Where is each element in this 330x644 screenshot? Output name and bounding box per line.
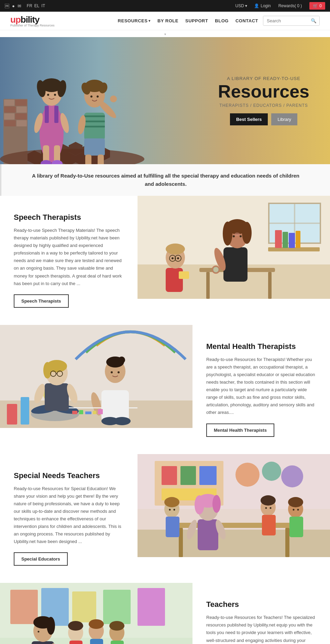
special-needs-text: Special Needs Teachers Ready-to-use Reso… (0, 454, 138, 583)
svg-rect-73 (223, 247, 248, 282)
svg-rect-178 (69, 641, 82, 644)
svg-point-89 (172, 257, 174, 259)
svg-rect-23 (41, 113, 62, 147)
hero-roles: THERAPISTS / EDUCATORS / PARENTS (218, 103, 309, 108)
svg-point-79 (240, 235, 242, 237)
logo[interactable]: upbility Publisher of Therapy Resources (10, 14, 54, 27)
hero-buttons: Best Sellers Library (218, 113, 309, 125)
nav-resources[interactable]: RESOURCES ▾ (118, 18, 151, 23)
teachers-title: Teachers (206, 600, 316, 609)
speech-therapists-description: Ready-to-use Speech Therapy Materials! T… (14, 227, 124, 287)
login-link[interactable]: 👤 Login (254, 3, 271, 8)
svg-rect-167 (103, 590, 131, 624)
teachers-description: Ready-to-use Resources for Teachers! The… (206, 614, 316, 644)
svg-rect-24 (45, 106, 49, 123)
mental-health-svg (0, 325, 192, 428)
svg-point-183 (109, 621, 124, 631)
svg-rect-2 (4, 100, 14, 106)
svg-rect-8 (4, 120, 16, 126)
svg-rect-71 (206, 272, 210, 299)
svg-rect-138 (285, 528, 289, 557)
mental-health-title: Mental Health Therapists (206, 342, 316, 351)
special-needs-section: Special Needs Teachers Ready-to-use Reso… (0, 454, 330, 583)
svg-rect-64 (268, 223, 320, 224)
svg-point-113 (118, 357, 125, 363)
user-icon: 👤 (254, 3, 259, 8)
rewards-link[interactable]: Rewards( 0 ) (278, 3, 302, 8)
special-needs-image (138, 454, 330, 583)
mental-health-text: Mental Health Therapists Ready-to-use Re… (192, 325, 330, 454)
pinterest-icon[interactable]: ● (12, 3, 15, 9)
svg-rect-34 (43, 145, 49, 162)
currency-selector[interactable]: USD ▾ (235, 3, 248, 8)
logo-text: upbility (10, 14, 39, 25)
svg-rect-6 (4, 113, 14, 120)
special-needs-title: Special Needs Teachers (14, 471, 124, 480)
svg-point-76 (223, 222, 232, 246)
speech-therapists-image (138, 196, 330, 325)
svg-point-149 (169, 509, 171, 510)
svg-rect-40 (84, 121, 105, 122)
special-needs-svg (138, 454, 330, 557)
teachers-text: Teachers Ready-to-use Resources for Teac… (192, 583, 330, 644)
svg-rect-42 (84, 138, 105, 156)
nav-links: RESOURCES ▾ BY ROLE SUPPORT BLOG CONTACT (118, 18, 258, 23)
svg-rect-9 (16, 120, 27, 126)
svg-point-47 (90, 95, 92, 98)
svg-rect-4 (4, 106, 16, 113)
search-button[interactable]: 🔍 (308, 16, 319, 25)
search-icon: 🔍 (311, 18, 317, 23)
svg-point-157 (288, 497, 303, 507)
svg-rect-130 (180, 466, 196, 485)
teachers-image (0, 583, 192, 644)
svg-rect-124 (98, 409, 103, 414)
svg-point-177 (68, 621, 83, 631)
svg-point-134 (262, 462, 281, 481)
lang-fr[interactable]: FR (27, 3, 32, 8)
mental-health-button[interactable]: Mental Health Therapists (206, 423, 274, 437)
svg-rect-66 (275, 230, 282, 248)
svg-point-48 (97, 95, 99, 98)
svg-rect-121 (79, 410, 83, 414)
lang-it[interactable]: IT (42, 3, 45, 8)
library-button[interactable]: Library (271, 113, 297, 125)
nav-blog[interactable]: BLOG (215, 18, 229, 23)
svg-rect-184 (111, 641, 124, 644)
email-icon[interactable]: ✉ (18, 3, 21, 9)
svg-point-147 (164, 497, 179, 507)
speech-therapists-section: Speech Therapists Ready-to-use Speech Th… (0, 196, 330, 325)
svg-rect-25 (54, 106, 58, 123)
nav-contact[interactable]: CONTACT (235, 18, 258, 23)
svg-point-142 (195, 495, 204, 515)
mental-health-section: Mental Health Therapists Ready-to-use Re… (0, 325, 330, 454)
svg-point-135 (281, 465, 303, 487)
speech-therapists-button[interactable]: Speech Therapists (14, 294, 69, 308)
svg-point-154 (265, 507, 267, 509)
special-educators-button[interactable]: Special Educators (14, 552, 68, 566)
resources-chevron-icon: ▾ (148, 19, 151, 23)
best-sellers-button[interactable]: Best Sellers (230, 113, 268, 125)
svg-rect-35 (54, 145, 60, 162)
hero-section: A LIBRARY OF READY-TO-USE Resources THER… (0, 37, 330, 164)
svg-point-80 (234, 233, 240, 236)
nav-by-role[interactable]: BY ROLE (157, 18, 178, 23)
svg-rect-3 (15, 100, 27, 106)
svg-rect-39 (84, 115, 105, 117)
svg-point-180 (89, 619, 104, 629)
lang-el[interactable]: EL (34, 3, 40, 8)
svg-rect-61 (320, 203, 321, 244)
svg-rect-101 (45, 383, 69, 411)
facebook-icon[interactable]:  (5, 3, 9, 9)
cart-button[interactable]: 🛒 0 (309, 2, 325, 10)
special-needs-description: Ready-to-use Resources for Special Educa… (14, 485, 124, 546)
svg-rect-181 (90, 639, 103, 644)
svg-point-133 (235, 463, 260, 487)
main-nav: upbility Publisher of Therapy Resources … (0, 12, 330, 30)
svg-rect-69 (296, 231, 300, 248)
svg-point-173 (38, 631, 40, 633)
svg-rect-95 (7, 404, 17, 425)
mental-health-image (0, 325, 192, 454)
search-input[interactable] (263, 16, 308, 25)
svg-rect-168 (138, 588, 165, 626)
nav-support[interactable]: SUPPORT (185, 18, 208, 23)
